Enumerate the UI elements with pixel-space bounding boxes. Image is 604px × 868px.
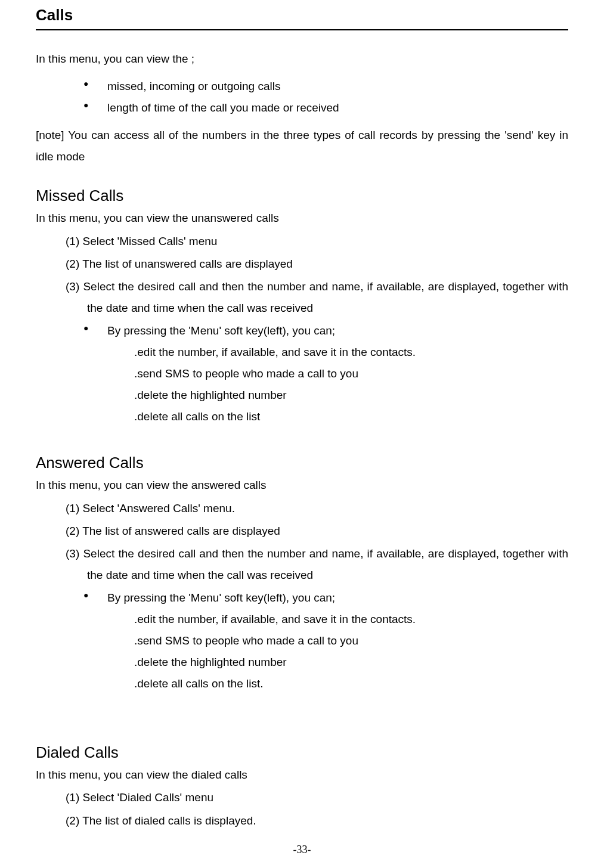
missed-calls-heading: Missed Calls [36, 187, 568, 205]
note-text: [note] You can access all of the numbers… [36, 125, 568, 168]
step-item: (1) Select 'Dialed Calls' menu [66, 787, 568, 808]
menu-intro: By pressing the 'Menu' soft key(left), y… [107, 320, 568, 342]
bullet-item: length of time of the call you made or r… [107, 97, 568, 119]
dialed-calls-heading: Dialed Calls [36, 743, 568, 762]
step-item: (1) Select 'Missed Calls' menu [66, 231, 568, 252]
menu-intro: By pressing the 'Menu' soft key(left), y… [107, 587, 568, 609]
bullet-item: missed, incoming or outgoing calls [107, 76, 568, 97]
page-title: Calls [36, 6, 568, 30]
intro-bullet-list: missed, incoming or outgoing calls lengt… [36, 76, 568, 119]
dialed-calls-intro: In this menu, you can view the dialed ca… [36, 764, 568, 786]
intro-text: In this menu, you can view the ; [36, 48, 568, 70]
step-item: (3) Select the desired call and then the… [66, 276, 568, 319]
action-item: .delete the highlighted number [66, 652, 568, 673]
missed-calls-intro: In this menu, you can view the unanswere… [36, 207, 568, 229]
answered-calls-steps: (1) Select 'Answered Calls' menu. (2) Th… [36, 498, 568, 695]
action-item: .send SMS to people who made a call to y… [66, 363, 568, 385]
action-item: .edit the number, if available, and save… [66, 609, 568, 630]
missed-calls-steps: (1) Select 'Missed Calls' menu (2) The l… [36, 231, 568, 428]
step-item: (2) The list of unanswered calls are dis… [66, 253, 568, 275]
action-item: .delete all calls on the list [66, 406, 568, 427]
step-item: (1) Select 'Answered Calls' menu. [66, 498, 568, 519]
answered-calls-heading: Answered Calls [36, 454, 568, 472]
answered-calls-intro: In this menu, you can view the answered … [36, 475, 568, 496]
step-item: (2) The list of dialed calls is displaye… [66, 810, 568, 832]
action-item: .delete the highlighted number [66, 385, 568, 406]
page-number: -33- [0, 844, 604, 856]
step-item: (3) Select the desired call and then the… [66, 543, 568, 586]
action-item: .delete all calls on the list. [66, 673, 568, 695]
menu-actions-list: By pressing the 'Menu' soft key(left), y… [66, 587, 568, 609]
action-item: .send SMS to people who made a call to y… [66, 630, 568, 652]
action-item: .edit the number, if available, and save… [66, 342, 568, 363]
menu-actions-list: By pressing the 'Menu' soft key(left), y… [66, 320, 568, 342]
step-item: (2) The list of answered calls are displ… [66, 520, 568, 542]
dialed-calls-steps: (1) Select 'Dialed Calls' menu (2) The l… [36, 787, 568, 831]
